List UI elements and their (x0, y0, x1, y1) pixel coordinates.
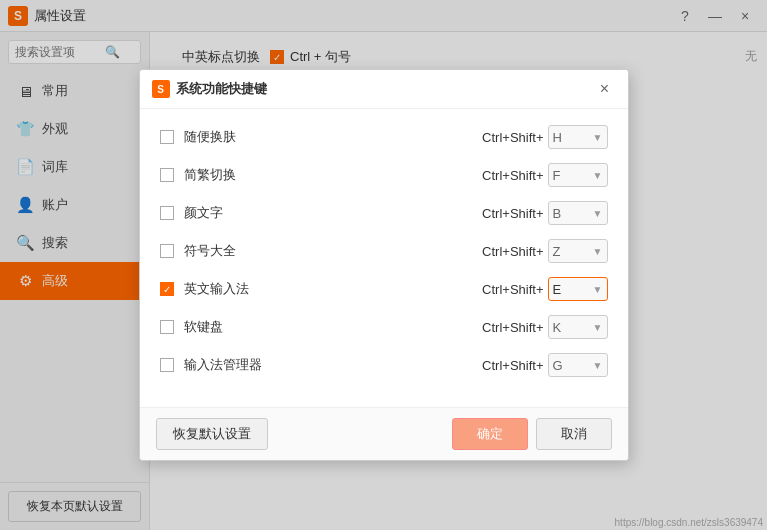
key-select-0[interactable]: H ▼ (548, 125, 608, 149)
key-arrow-5: ▼ (593, 322, 603, 333)
shortcut-checkbox-1[interactable] (160, 168, 174, 182)
key-select-2[interactable]: B ▼ (548, 201, 608, 225)
shortcut-name-4: 英文输入法 (184, 280, 284, 298)
shortcut-row-3: 符号大全 Ctrl+Shift+ Z ▼ (160, 239, 608, 263)
dialog-title: 系统功能快捷键 (176, 80, 588, 98)
shortcut-name-6: 输入法管理器 (184, 356, 284, 374)
key-select-5[interactable]: K ▼ (548, 315, 608, 339)
shortcut-checkbox-3[interactable] (160, 244, 174, 258)
shortcut-row-5: 软键盘 Ctrl+Shift+ K ▼ (160, 315, 608, 339)
shortcut-row-4: ✓ 英文输入法 Ctrl+Shift+ E ▼ (160, 277, 608, 301)
shortcut-dialog: S 系统功能快捷键 × 随便换肤 Ctrl+Shift+ H ▼ (139, 69, 629, 461)
shortcut-keys-5: Ctrl+Shift+ K ▼ (482, 315, 607, 339)
shortcut-keys-3: Ctrl+Shift+ Z ▼ (482, 239, 607, 263)
key-arrow-3: ▼ (593, 246, 603, 257)
dialog-close-button[interactable]: × (594, 78, 616, 100)
shortcut-keys-6: Ctrl+Shift+ G ▼ (482, 353, 607, 377)
shortcut-keys-4: Ctrl+Shift+ E ▼ (482, 277, 607, 301)
key-arrow-0: ▼ (593, 132, 603, 143)
confirm-button[interactable]: 确定 (452, 418, 528, 450)
key-prefix-4: Ctrl+Shift+ (482, 282, 543, 297)
shortcut-row-6: 输入法管理器 Ctrl+Shift+ G ▼ (160, 353, 608, 377)
key-prefix-6: Ctrl+Shift+ (482, 358, 543, 373)
shortcut-keys-1: Ctrl+Shift+ F ▼ (482, 163, 607, 187)
key-arrow-4: ▼ (593, 284, 603, 295)
key-select-4[interactable]: E ▼ (548, 277, 608, 301)
key-prefix-2: Ctrl+Shift+ (482, 206, 543, 221)
key-prefix-1: Ctrl+Shift+ (482, 168, 543, 183)
key-select-3[interactable]: Z ▼ (548, 239, 608, 263)
key-select-1[interactable]: F ▼ (548, 163, 608, 187)
shortcut-checkbox-4[interactable]: ✓ (160, 282, 174, 296)
key-arrow-2: ▼ (593, 208, 603, 219)
key-prefix-5: Ctrl+Shift+ (482, 320, 543, 335)
shortcut-row-0: 随便换肤 Ctrl+Shift+ H ▼ (160, 125, 608, 149)
shortcut-keys-2: Ctrl+Shift+ B ▼ (482, 201, 607, 225)
main-window: S 属性设置 ? — × 🔍 🖥 常用 👕 外观 📄 (0, 0, 767, 530)
shortcut-checkbox-2[interactable] (160, 206, 174, 220)
dialog-logo: S (152, 80, 170, 98)
key-arrow-6: ▼ (593, 360, 603, 371)
shortcut-row-1: 简繁切换 Ctrl+Shift+ F ▼ (160, 163, 608, 187)
key-arrow-1: ▼ (593, 170, 603, 181)
shortcut-keys-0: Ctrl+Shift+ H ▼ (482, 125, 607, 149)
dialog-overlay: S 系统功能快捷键 × 随便换肤 Ctrl+Shift+ H ▼ (0, 0, 767, 530)
shortcut-name-0: 随便换肤 (184, 128, 284, 146)
shortcut-checkbox-5[interactable] (160, 320, 174, 334)
dialog-restore-button[interactable]: 恢复默认设置 (156, 418, 268, 450)
shortcut-checkbox-0[interactable] (160, 130, 174, 144)
dialog-body: 随便换肤 Ctrl+Shift+ H ▼ 简繁切换 Ctrl+Shift+ (140, 109, 628, 407)
key-select-6[interactable]: G ▼ (548, 353, 608, 377)
shortcut-name-1: 简繁切换 (184, 166, 284, 184)
dialog-title-bar: S 系统功能快捷键 × (140, 70, 628, 109)
shortcut-name-3: 符号大全 (184, 242, 284, 260)
cancel-button[interactable]: 取消 (536, 418, 612, 450)
key-prefix-3: Ctrl+Shift+ (482, 244, 543, 259)
dialog-footer: 恢复默认设置 确定 取消 (140, 407, 628, 460)
shortcut-checkbox-6[interactable] (160, 358, 174, 372)
footer-right: 确定 取消 (452, 418, 612, 450)
shortcut-row-2: 颜文字 Ctrl+Shift+ B ▼ (160, 201, 608, 225)
shortcut-name-5: 软键盘 (184, 318, 284, 336)
key-prefix-0: Ctrl+Shift+ (482, 130, 543, 145)
shortcut-name-2: 颜文字 (184, 204, 284, 222)
